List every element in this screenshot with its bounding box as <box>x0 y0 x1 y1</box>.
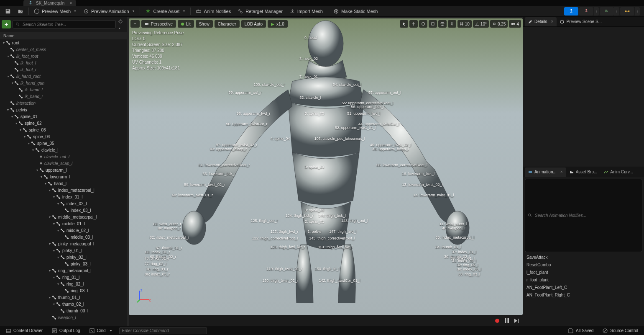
notify-list[interactable]: SaveAttackResetCombol_foot_plantr_foot_p… <box>523 254 644 326</box>
tree-item[interactable]: ▾spine_05 <box>0 140 127 147</box>
viewport[interactable]: ≡ Perspective Lit Show Character LOD Aut… <box>129 18 523 315</box>
tree-item[interactable]: ▾ring_metacarpal_l <box>0 267 127 274</box>
tree-item[interactable]: ▾spine_03 <box>0 126 127 133</box>
source-control-button[interactable]: Source Control <box>600 327 641 334</box>
tree-item[interactable]: ring_03_l <box>0 287 127 294</box>
mode-skeleton[interactable] <box>564 7 578 15</box>
import-mesh-button[interactable]: Import Mesh <box>286 7 326 15</box>
tree-item[interactable]: ik_hand_r <box>0 93 127 100</box>
tree-item[interactable]: interaction <box>0 100 127 106</box>
tree-item[interactable]: ▾middle_02_l <box>0 227 127 234</box>
tree-item[interactable]: ▾spine_04 <box>0 133 127 140</box>
search-input[interactable] <box>13 20 116 28</box>
pause-button[interactable] <box>504 318 509 324</box>
mode-anim[interactable]: ⋮ <box>600 7 619 15</box>
close-icon[interactable]: × <box>69 1 72 5</box>
tree-item[interactable]: ▾index_02_l <box>0 200 127 207</box>
console-input[interactable] <box>119 327 207 334</box>
tree-item[interactable]: ▾spine_02 <box>0 120 127 126</box>
tree-item[interactable]: ▾index_01_l <box>0 193 127 200</box>
svg-line-111 <box>66 263 68 265</box>
browse-button[interactable] <box>14 7 27 15</box>
tree-item[interactable]: clavicle_out_l <box>0 153 127 160</box>
output-log-button[interactable]: Output Log <box>49 327 82 334</box>
tree-item[interactable]: middle_03_l <box>0 234 127 240</box>
tree-item[interactable]: ▾ring_02_l <box>0 281 127 287</box>
tree-item[interactable]: ▾middle_metacarpal_l <box>0 214 127 220</box>
tree-item[interactable]: thumb_03_l <box>0 307 127 314</box>
tree-item[interactable]: ▾ik_foot_root <box>0 53 127 59</box>
retarget-button[interactable]: Retarget Manager <box>234 7 286 15</box>
tree-item[interactable]: ▾ring_01_l <box>0 274 127 281</box>
tree-item[interactable]: ▾pelvis <box>0 106 127 113</box>
tree-item[interactable]: ▾index_metacarpal_l <box>0 187 127 193</box>
content-drawer-button[interactable]: Content Drawer <box>3 327 45 334</box>
preview-mesh-button[interactable]: Preview Mesh▼ <box>31 7 80 15</box>
notify-item[interactable]: r_foot_plant <box>523 276 644 284</box>
step-forward-button[interactable] <box>514 318 519 324</box>
tree-item[interactable]: ▾middle_01_l <box>0 220 127 227</box>
mode-bp[interactable]: ⋮ <box>620 7 640 15</box>
tree-item[interactable]: ▾lowerarm_l <box>0 173 127 180</box>
svg-rect-1 <box>7 9 9 11</box>
tree-item[interactable]: ▾thumb_01_l <box>0 294 127 301</box>
tree-item[interactable]: ▾clavicle_l <box>0 147 127 153</box>
tab-details[interactable]: Details× <box>525 17 557 26</box>
settings-button[interactable]: ▼ <box>118 18 125 30</box>
tree-item[interactable]: ▾root <box>0 39 127 46</box>
svg-line-179 <box>137 300 140 302</box>
asset-tab[interactable]: SK_Mannequin × <box>23 0 76 6</box>
camera-speed[interactable]: 4 <box>509 20 521 28</box>
notify-item[interactable]: SaveAttack <box>523 254 644 261</box>
tree-item[interactable]: ▾spine_01 <box>0 113 127 120</box>
record-button[interactable] <box>494 318 500 324</box>
scale-snap[interactable]: 0.25 <box>490 20 508 28</box>
tree-item[interactable]: ik_foot_l <box>0 59 127 66</box>
tree-item[interactable]: clavicle_scap_l <box>0 160 127 167</box>
tree-item[interactable]: ▾pinky_metacarpal_l <box>0 240 127 247</box>
make-static-button[interactable]: Make Static Mesh <box>330 7 381 15</box>
notify-item[interactable]: AN_FootPlant_Right_C <box>523 291 644 299</box>
tree-item[interactable]: ▾ik_hand_gun <box>0 80 127 86</box>
notify-item[interactable]: ResetCombo <box>523 261 644 269</box>
anim-notifies-button[interactable]: Anim Notifies <box>192 7 234 15</box>
tree-item[interactable]: weapon_l <box>0 314 127 321</box>
cmd-button[interactable]: Cmd▼ <box>87 327 115 334</box>
notify-item[interactable]: AN_FootPlant_Left_C <box>523 284 644 291</box>
save-button[interactable] <box>2 7 14 15</box>
close-icon[interactable]: × <box>560 170 563 174</box>
all-saved-indicator[interactable]: All Saved <box>566 327 596 334</box>
tree-item[interactable]: center_of_mass <box>0 46 127 53</box>
tree-item[interactable]: ▾pinky_01_l <box>0 247 127 254</box>
details-body <box>523 27 644 167</box>
tree-item[interactable]: ik_foot_r <box>0 66 127 73</box>
tree-item[interactable]: ▾pinky_02_l <box>0 254 127 260</box>
tree-item[interactable]: ▾hand_l <box>0 180 127 187</box>
terminal-icon <box>89 328 95 333</box>
create-asset-button[interactable]: Create Asset▼ <box>142 7 189 15</box>
tree-item[interactable]: ▾thumb_02_l <box>0 301 127 307</box>
tab-preview-scene[interactable]: Preview Scene S... <box>557 17 605 26</box>
mode-mesh[interactable]: ⋮ <box>579 7 599 15</box>
notify-item[interactable]: l_foot_plant <box>523 269 644 276</box>
svg-line-129 <box>58 303 59 305</box>
close-icon[interactable]: × <box>551 19 554 24</box>
tree-item[interactable]: ▾ik_hand_root <box>0 73 127 80</box>
tab-asset-browser[interactable]: Asset Bro... <box>566 168 601 177</box>
tree-body[interactable]: ▾rootcenter_of_mass▾ik_foot_rootik_foot_… <box>0 39 127 326</box>
svg-line-28 <box>16 69 18 70</box>
tree-item[interactable]: pinky_03_l <box>0 260 127 267</box>
tree-item[interactable]: ▾upperarm_l <box>0 167 127 173</box>
svg-line-81 <box>58 196 59 198</box>
tree-item[interactable]: ik_hand_l <box>0 86 127 93</box>
tab-animation[interactable]: Animation...× <box>525 168 566 177</box>
preview-anim-button[interactable]: Preview Animation▼ <box>80 7 138 15</box>
tree-item[interactable]: index_03_l <box>0 207 127 214</box>
add-button[interactable]: + <box>2 20 11 28</box>
svg-line-25 <box>16 62 18 64</box>
notify-search[interactable] <box>525 179 642 252</box>
search-icon <box>15 22 20 27</box>
tab-anim-curves[interactable]: Anim Curv... <box>601 168 636 177</box>
axis-gizmo: z x <box>136 288 151 303</box>
anim-icon <box>528 170 532 174</box>
